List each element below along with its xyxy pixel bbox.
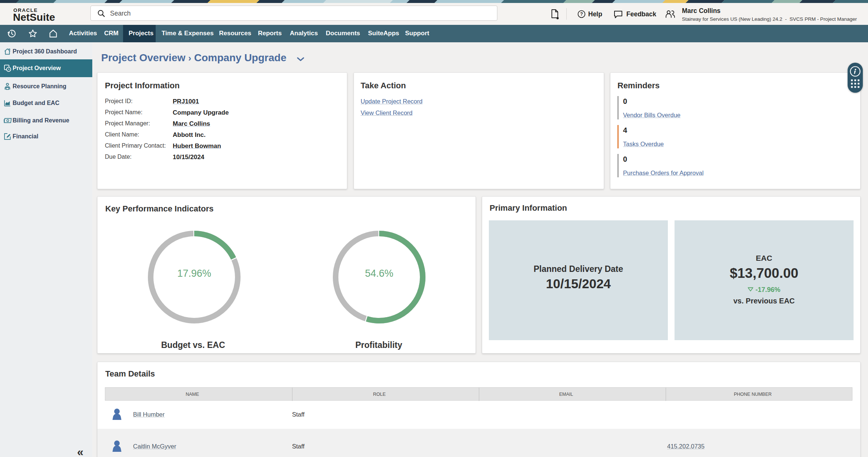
svg-text:?: ? <box>580 11 583 17</box>
